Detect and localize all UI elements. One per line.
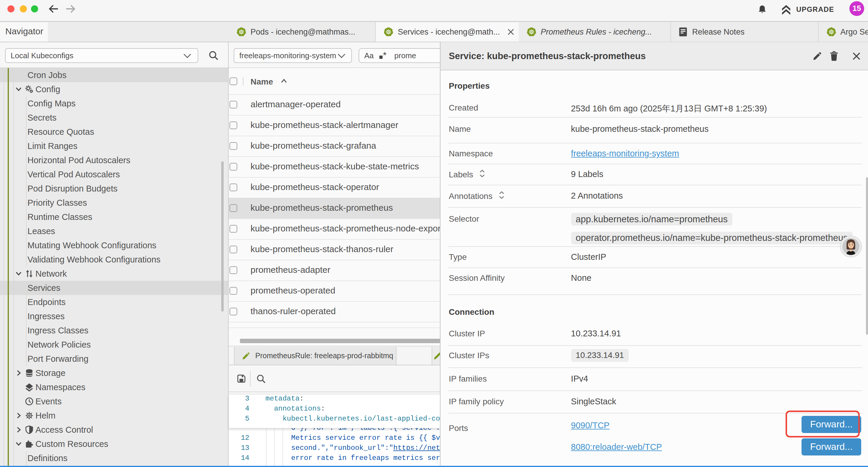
svg-text:*: *: [383, 51, 386, 60]
